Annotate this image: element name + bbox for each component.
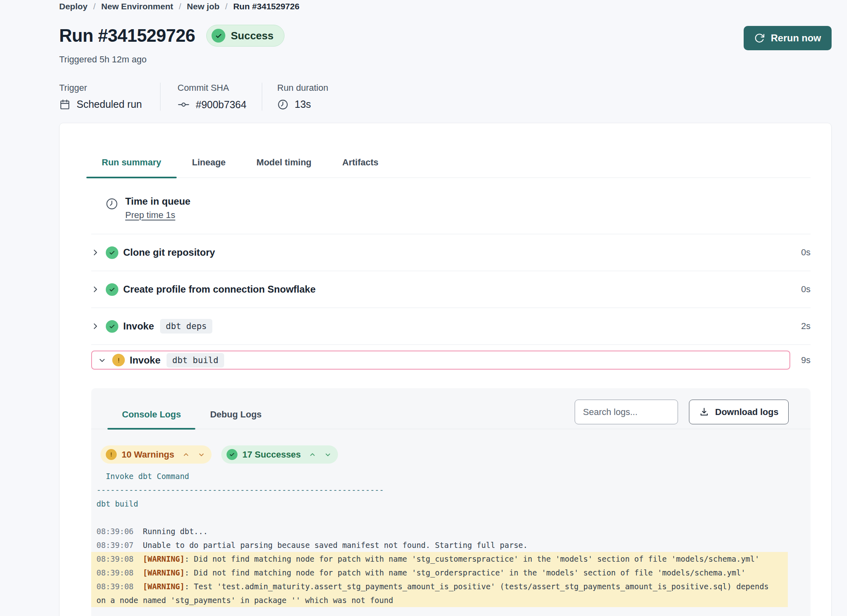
search-logs-input[interactable]: [575, 400, 678, 424]
page-title: Run #341529726: [59, 26, 195, 46]
commit-icon: [178, 98, 190, 111]
step-title: Create profile from connection Snowflake: [123, 284, 316, 295]
step-command-chip: dbt build: [167, 353, 224, 368]
meta-commit-sha: Commit SHA #900b7364: [160, 83, 262, 111]
breadcrumb-separator: /: [93, 2, 96, 11]
chevron-right-icon: [91, 285, 99, 293]
step-row-invoke-dbt-deps[interactable]: Invoke dbt deps 2s: [91, 308, 811, 345]
download-logs-label: Download logs: [715, 407, 779, 417]
chevron-down-icon: [98, 357, 107, 364]
log-line-warning-continuation: on a node named 'stg_payments' in packag…: [91, 593, 788, 607]
clock-icon: [277, 99, 289, 110]
success-check-icon: [106, 246, 118, 259]
breadcrumb-new-environment[interactable]: New Environment: [101, 2, 173, 11]
warning-label: [WARNING]: [143, 554, 185, 563]
tab-console-logs[interactable]: Console Logs: [107, 388, 195, 429]
logs-tabs: Console Logs Debug Logs: [107, 388, 276, 429]
meta-run-duration: Run duration 13s: [262, 83, 328, 111]
step-row-clone-git-repository[interactable]: Clone git repository 0s: [91, 234, 811, 271]
run-meta: Trigger Scheduled run Commit SHA #900b73…: [59, 83, 832, 111]
run-tabs: Run summary Lineage Model timing Artifac…: [86, 157, 811, 178]
log-timestamp: 08:39:06: [96, 527, 134, 536]
log-timestamp: 08:39:08: [96, 568, 134, 577]
tab-debug-logs[interactable]: Debug Logs: [195, 388, 276, 429]
breadcrumb-separator: /: [225, 2, 228, 11]
tab-artifacts[interactable]: Artifacts: [327, 157, 394, 178]
tab-lineage[interactable]: Lineage: [177, 157, 241, 178]
log-timestamp: 08:39:08: [96, 554, 134, 563]
chevron-right-icon: [91, 322, 99, 330]
log-timestamp: 08:39:08: [96, 582, 134, 591]
rerun-now-button[interactable]: Rerun now: [744, 26, 832, 50]
log-message: Unable to do partial parsing because sav…: [143, 541, 528, 550]
warning-icon: [112, 354, 125, 366]
logs-panel: Console Logs Debug Logs Download logs: [91, 388, 811, 616]
log-line: 08:39:07Unable to do partial parsing bec…: [91, 538, 811, 552]
triggered-time: Triggered 5h 12m ago: [59, 54, 832, 65]
step-duration: 9s: [801, 355, 811, 366]
chevron-down-icon[interactable]: [324, 451, 332, 458]
log-message: : Did not find matching node for patch w…: [184, 554, 759, 563]
console-log-output: Invoke dbt Command ---------------------…: [91, 469, 811, 607]
title-row: Run #341529726 Success Rerun now: [59, 21, 832, 50]
meta-commit-value: #900b7364: [196, 99, 246, 111]
log-message: : Did not find matching node for patch w…: [184, 568, 745, 577]
rerun-now-label: Rerun now: [771, 32, 821, 44]
success-check-icon: [106, 320, 118, 333]
run-detail-card: Run summary Lineage Model timing Artifac…: [59, 123, 832, 616]
breadcrumb: Deploy / New Environment / New job / Run…: [59, 2, 832, 11]
successes-badge-label: 17 Successes: [242, 449, 301, 460]
step-title: Clone git repository: [123, 247, 215, 258]
log-line: dbt build: [91, 497, 811, 511]
log-line: 08:39:06Running dbt...: [91, 524, 811, 538]
page: Deploy / New Environment / New job / Run…: [0, 0, 847, 616]
refresh-icon: [754, 33, 765, 43]
step-row-create-profile[interactable]: Create profile from connection Snowflake…: [91, 271, 811, 308]
breadcrumb-current-run: Run #341529726: [233, 2, 299, 11]
chevron-up-icon[interactable]: [182, 451, 190, 458]
log-line-warning: 08:39:08[WARNING]: Did not find matching…: [91, 552, 788, 566]
success-check-icon: [106, 283, 118, 296]
log-line-warning: 08:39:08[WARNING]: Did not find matching…: [91, 566, 788, 580]
warning-label: [WARNING]: [143, 582, 185, 591]
breadcrumb-separator: /: [179, 2, 181, 11]
step-duration: 2s: [801, 321, 811, 332]
download-logs-button[interactable]: Download logs: [689, 400, 789, 424]
step-title: Invoke: [123, 321, 154, 332]
chevron-right-icon: [91, 248, 99, 257]
chevron-up-icon[interactable]: [309, 451, 316, 458]
warnings-badge[interactable]: 10 Warnings: [101, 445, 212, 464]
step-row-invoke-dbt-build: Invoke dbt build 9s: [91, 345, 811, 370]
meta-trigger-label: Trigger: [59, 83, 160, 93]
calendar-icon: [59, 99, 71, 110]
chevron-down-icon[interactable]: [198, 451, 205, 458]
time-in-queue-section: Time in queue Prep time 1s: [91, 178, 811, 234]
log-filter-badges: 10 Warnings 17 Successes: [101, 445, 811, 464]
step-title: Invoke: [130, 355, 160, 366]
logs-actions: Download logs: [575, 400, 789, 424]
log-blank-line: [91, 511, 811, 524]
log-separator-line: ----------------------------------------…: [91, 483, 811, 497]
warning-icon: [106, 449, 117, 460]
step-invoke-dbt-build-expanded[interactable]: Invoke dbt build: [91, 351, 790, 370]
successes-badge[interactable]: 17 Successes: [221, 445, 338, 464]
log-line-warning: 08:39:08[WARNING]: Test 'test.admin_matu…: [91, 580, 788, 593]
status-badge: Success: [206, 25, 284, 47]
warning-log-block: 08:39:08[WARNING]: Did not find matching…: [91, 552, 788, 607]
tab-run-summary[interactable]: Run summary: [86, 157, 177, 178]
status-badge-label: Success: [231, 30, 274, 42]
log-line: Invoke dbt Command: [91, 469, 811, 483]
tab-model-timing[interactable]: Model timing: [241, 157, 327, 178]
breadcrumb-new-job[interactable]: New job: [187, 2, 220, 11]
log-message: : Test 'test.admin_maturity.assert_stg_p…: [184, 582, 768, 591]
breadcrumb-deploy[interactable]: Deploy: [59, 2, 88, 11]
clock-icon: [105, 197, 118, 220]
warning-label: [WARNING]: [143, 568, 185, 577]
step-command-chip: dbt deps: [160, 319, 212, 334]
meta-commit-label: Commit SHA: [178, 83, 262, 93]
prep-time-link[interactable]: Prep time 1s: [125, 210, 175, 220]
log-message: on a node named 'stg_payments' in packag…: [96, 596, 393, 605]
step-duration: 0s: [801, 247, 811, 258]
warnings-badge-label: 10 Warnings: [122, 449, 174, 460]
meta-duration-label: Run duration: [277, 83, 328, 93]
